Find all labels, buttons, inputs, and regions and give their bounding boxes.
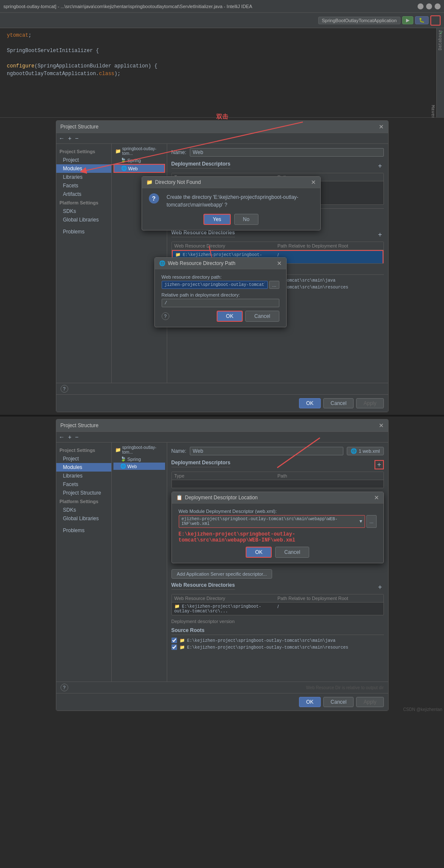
- web-res-dir-path-dialog: 🌐 Web Resource Directory Path ✕ Web reso…: [154, 257, 287, 327]
- web-res-cell-path-2: /: [278, 604, 381, 614]
- tree-item-spring-2[interactable]: 🍃 Spring: [113, 455, 165, 463]
- code-line-3: SpringBootServletInitializer {: [7, 47, 437, 55]
- ps-dialog-close-1[interactable]: ✕: [379, 123, 384, 130]
- help-button-1[interactable]: ?: [61, 385, 68, 393]
- source-root-checkbox-2a[interactable]: [171, 638, 177, 643]
- web-res-plus-btn[interactable]: +: [376, 231, 383, 239]
- project-structure-dialog-1: Project Structure ✕ ← + − Project Settin…: [56, 120, 389, 412]
- tree-item-root[interactable]: 📁 springboot-outlay-tom...: [113, 146, 165, 157]
- code-line-5: configure(SpringApplicationBuilder appli…: [7, 62, 437, 70]
- sidebar-item-problems[interactable]: Problems: [56, 227, 111, 236]
- sidebar-item-modules-2[interactable]: Modules: [56, 463, 111, 472]
- sidebar-item-libraries[interactable]: Libraries: [56, 173, 111, 181]
- sidebar-item-libraries-2[interactable]: Libraries: [56, 472, 111, 480]
- code-editor[interactable]: ytomcat; SpringBootServletInitializer { …: [0, 28, 444, 118]
- window-controls[interactable]: [418, 3, 441, 9]
- help-button-2[interactable]: ?: [61, 684, 68, 691]
- dropdown-arrow-icon: ▼: [360, 519, 363, 524]
- close-btn[interactable]: [435, 3, 441, 9]
- sidebar-item-artifacts[interactable]: Artifacts: [56, 190, 111, 198]
- sidebar-item-project-2[interactable]: Project: [56, 454, 111, 463]
- back-button[interactable]: ←: [58, 135, 66, 142]
- apply-button-1[interactable]: Apply: [356, 398, 383, 408]
- deployment-col-path-2: Path: [278, 473, 381, 478]
- web-res-dir-close[interactable]: ✕: [277, 260, 282, 267]
- deploy-dialog-buttons: OK Cancel: [179, 547, 377, 558]
- tree-item-root-2[interactable]: 📁 springboot-outlay-tom...: [113, 444, 165, 455]
- browse-button[interactable]: ...: [269, 281, 279, 289]
- tree-item-root-label: springboot-outlay-tom...: [122, 146, 163, 156]
- folder-icon-2: 📁: [115, 447, 121, 453]
- debug-button[interactable]: 🐛: [415, 16, 429, 24]
- rel-path-input[interactable]: [162, 299, 279, 307]
- add-button-tree-2[interactable]: +: [67, 434, 73, 440]
- web-res-dir-cancel[interactable]: Cancel: [245, 311, 279, 322]
- deployment-plus-btn[interactable]: +: [376, 162, 383, 170]
- question-icon: ?: [149, 193, 159, 204]
- ps-dialog-title-1: Project Structure ✕: [56, 121, 388, 133]
- ok-button-1[interactable]: OK: [299, 398, 321, 408]
- web-res-dir-ok[interactable]: OK: [217, 311, 243, 322]
- name-input-2[interactable]: [190, 447, 343, 455]
- deploy-dialog-title-label: Deployment Descriptor Location: [185, 495, 258, 501]
- tree-item-web[interactable]: 🌐 Web: [113, 164, 165, 173]
- sidebar-item-facets[interactable]: Facets: [56, 181, 111, 190]
- remove-button-tree[interactable]: −: [74, 135, 79, 142]
- dialog-section-1: Project Structure ✕ ← + − Project Settin…: [0, 118, 444, 415]
- annotated-btn: [430, 15, 441, 26]
- web-res-row-2[interactable]: 📁 E:\kejizhen-project\springboot-outlay-…: [172, 603, 383, 615]
- tree-item-web-label-2: Web: [128, 464, 137, 469]
- deployment-row-1[interactable]: [172, 480, 383, 488]
- deployment-section-header-2: Deployment Descriptors: [171, 460, 231, 467]
- spring-icon: 🍃: [120, 157, 126, 163]
- sidebar-item-sdks[interactable]: SDKs: [56, 207, 111, 216]
- deployment-plus-btn-2[interactable]: +: [374, 460, 383, 469]
- deployment-cell-type: [174, 481, 278, 486]
- dir-not-found-close[interactable]: ✕: [311, 179, 316, 186]
- sidebar-item-facets-2[interactable]: Facets: [56, 480, 111, 489]
- sidebar-item-global-libraries[interactable]: Global Libraries: [56, 216, 111, 224]
- dir-not-found-icon: 📁: [146, 179, 153, 185]
- badge-icon-web: 🌐: [351, 448, 357, 454]
- name-input-1[interactable]: [190, 148, 384, 157]
- source-root-checkbox-2b[interactable]: [171, 644, 177, 650]
- sidebar-item-problems-2[interactable]: Problems: [56, 526, 111, 535]
- add-app-server-btn-2[interactable]: Add Application Server specific descript…: [171, 569, 273, 579]
- deploy-dialog-close[interactable]: ✕: [374, 494, 379, 501]
- sidebar-item-global-libraries-2[interactable]: Global Libraries: [56, 514, 111, 523]
- tree-item-web-2[interactable]: 🌐 Web: [113, 463, 165, 470]
- no-button[interactable]: No: [234, 214, 258, 225]
- sidebar-item-sdks-2[interactable]: SDKs: [56, 506, 111, 514]
- cancel-button-1[interactable]: Cancel: [323, 398, 354, 408]
- run-button[interactable]: ▶: [402, 16, 413, 24]
- spring-icon-2: 🍃: [120, 456, 126, 462]
- run-config-selector[interactable]: SpringBootOutlayTomcatApplication: [318, 17, 400, 24]
- yes-button[interactable]: Yes: [203, 214, 231, 225]
- deploy-ok-btn[interactable]: OK: [246, 547, 272, 558]
- web-res-dir-content: Web resource directory path: ... Relativ…: [155, 269, 286, 327]
- deploy-browse-btn[interactable]: ...: [366, 515, 376, 528]
- cancel-button-2[interactable]: Cancel: [323, 697, 354, 707]
- minimize-btn[interactable]: [418, 3, 424, 9]
- dialog-section-2: Project Structure ✕ ← + − Project Settin…: [0, 417, 444, 714]
- tree-item-spring[interactable]: 🍃 Spring: [113, 157, 165, 164]
- apply-button-2[interactable]: Apply: [356, 697, 383, 707]
- sidebar-item-modules[interactable]: Modules: [56, 164, 111, 173]
- web-res-dir-help[interactable]: ?: [162, 312, 169, 320]
- web-res-plus-btn-2[interactable]: +: [376, 583, 383, 591]
- back-button-2[interactable]: ←: [58, 434, 66, 440]
- ps-dialog-close-2[interactable]: ✕: [379, 422, 384, 429]
- add-button-tree[interactable]: +: [67, 135, 73, 142]
- web-res-col-dir-2: Web Resource Directory: [174, 596, 278, 601]
- deploy-dropdown[interactable]: ejizhen-project\springboot-outlay-tomcat…: [179, 515, 366, 528]
- sidebar-item-artifacts-2[interactable]: Project Structure: [56, 489, 111, 497]
- name-row-2: Name: 🌐 1 web.xml: [171, 447, 384, 455]
- deploy-dialog-title: 📋 Deployment Descriptor Location ✕: [172, 492, 383, 504]
- maximize-btn[interactable]: [426, 3, 432, 9]
- ok-button-2[interactable]: OK: [299, 697, 321, 707]
- deploy-dialog-icon: 📋: [176, 495, 183, 501]
- remove-button-tree-2[interactable]: −: [74, 434, 79, 440]
- web-res-dir-input[interactable]: [162, 281, 268, 289]
- sidebar-item-project[interactable]: Project: [56, 156, 111, 164]
- deploy-cancel-btn[interactable]: Cancel: [275, 547, 309, 558]
